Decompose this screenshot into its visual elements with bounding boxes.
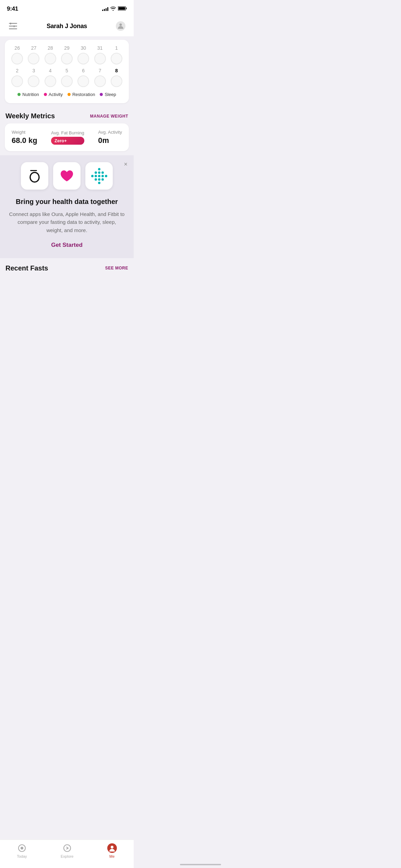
calendar-day[interactable]: 8 [111, 68, 122, 87]
fitbit-dot [95, 168, 97, 170]
banner-heading: Bring your health data together [5, 197, 128, 206]
banner-close-button[interactable]: × [124, 161, 127, 168]
calendar-date: 31 [97, 45, 103, 51]
svg-rect-1 [126, 8, 127, 9]
legend-label: Activity [49, 92, 63, 97]
fitbit-dot [91, 178, 94, 181]
recent-fasts-title: Recent Fasts [5, 264, 48, 272]
weight-label: Weight [12, 130, 37, 135]
wifi-icon [110, 6, 116, 12]
calendar-day[interactable]: 27 [28, 45, 39, 64]
calendar-date: 30 [81, 45, 86, 51]
zero-app-icon [21, 162, 48, 190]
calendar-day[interactable]: 30 [77, 45, 89, 64]
fitbit-dot [105, 175, 107, 177]
calendar-day[interactable]: 29 [61, 45, 73, 64]
calendar-day[interactable]: 4 [45, 68, 56, 87]
calendar-day[interactable]: 5 [61, 68, 73, 87]
fitbit-dot [95, 178, 97, 181]
calendar-date: 7 [99, 68, 101, 73]
calendar-date: 2 [16, 68, 19, 73]
svg-rect-5 [9, 28, 17, 29]
fitbit-dot [98, 175, 100, 177]
calendar-day[interactable]: 26 [11, 45, 23, 64]
calendar-ring [61, 53, 73, 64]
calendar-day[interactable]: 1 [111, 45, 122, 64]
fitbit-dots [91, 168, 107, 184]
calendar-day[interactable]: 31 [94, 45, 106, 64]
see-more-button[interactable]: SEE MORE [105, 266, 128, 270]
weight-value: 68.0 kg [12, 136, 37, 145]
fitbit-dot [95, 171, 97, 174]
get-started-button[interactable]: Get Started [5, 242, 128, 249]
calendar-day[interactable]: 28 [45, 45, 56, 64]
activity-metric: Avg. Activity 0m [98, 130, 122, 145]
legend-label: Nutrition [22, 92, 39, 97]
calendar-date: 29 [64, 45, 70, 51]
app-header: Sarah J Jonas [0, 16, 134, 36]
fitbit-dot [98, 171, 100, 174]
calendar-date: 3 [33, 68, 35, 73]
health-banner: × Bring your health data together Connec… [0, 155, 134, 258]
legend-item: Restoration [68, 92, 95, 97]
signal-icon [102, 7, 108, 11]
calendar-date: 26 [14, 45, 20, 51]
calendar-ring [11, 75, 23, 87]
fitbit-dot [95, 182, 97, 184]
zero-badge: Zero+ [51, 137, 84, 145]
calendar-date: 6 [82, 68, 85, 73]
status-time: 9:41 [7, 5, 18, 12]
fitbit-dot [91, 168, 94, 170]
calendar-day[interactable]: 2 [11, 68, 23, 87]
svg-rect-6 [10, 23, 11, 25]
calendar-day[interactable]: 7 [94, 68, 106, 87]
fitbit-dot [105, 171, 107, 174]
calendar-ring [111, 53, 122, 64]
legend-item: Sleep [100, 92, 116, 97]
app-icons-row [5, 162, 128, 190]
calendar-legend: NutritionActivityRestorationSleep [9, 92, 125, 97]
svg-rect-7 [14, 25, 14, 27]
battery-icon [118, 6, 127, 12]
filter-button[interactable] [7, 20, 19, 32]
legend-dot [68, 93, 71, 96]
legend-label: Sleep [105, 92, 116, 97]
calendar-day[interactable]: 6 [77, 68, 89, 87]
calendar-date: 8 [115, 68, 118, 73]
fitbit-app-icon [85, 162, 113, 190]
manage-weight-button[interactable]: MANAGE WEIGHT [90, 114, 128, 119]
legend-dot [44, 93, 47, 96]
calendar-row: 2627282930311 [9, 45, 125, 64]
fitbit-dot [98, 182, 100, 184]
weekly-metrics-title: Weekly Metrics [5, 112, 55, 120]
calendar-ring [111, 75, 122, 87]
fitbit-dot [101, 175, 104, 177]
settings-button[interactable] [114, 20, 127, 32]
legend-label: Restoration [72, 92, 95, 97]
svg-point-9 [119, 24, 122, 26]
status-bar: 9:41 [0, 0, 134, 16]
legend-item: Nutrition [17, 92, 39, 97]
calendar-ring [94, 53, 106, 64]
calendar-date: 5 [65, 68, 68, 73]
fitbit-dot [91, 171, 94, 174]
user-name: Sarah J Jonas [47, 23, 87, 30]
legend-item: Activity [44, 92, 63, 97]
calendar-row: 2345678 [9, 68, 125, 87]
calendar-ring [45, 53, 56, 64]
fitbit-dot [101, 178, 104, 181]
calendar-card: 26272829303112345678 NutritionActivityRe… [5, 40, 129, 103]
calendar-ring [28, 53, 39, 64]
svg-rect-2 [119, 7, 125, 10]
weight-metric: Weight 68.0 kg [12, 130, 37, 145]
fitbit-dot [98, 168, 100, 170]
calendar-date: 27 [31, 45, 37, 51]
calendar-date: 4 [49, 68, 52, 73]
calendar-date: 1 [115, 45, 118, 51]
apple-health-icon [53, 162, 81, 190]
calendar-day[interactable]: 3 [28, 68, 39, 87]
calendar-ring [77, 53, 89, 64]
banner-description: Connect apps like Oura, Apple Health, an… [5, 210, 128, 234]
calendar-ring [28, 75, 39, 87]
fitbit-dot [101, 171, 104, 174]
